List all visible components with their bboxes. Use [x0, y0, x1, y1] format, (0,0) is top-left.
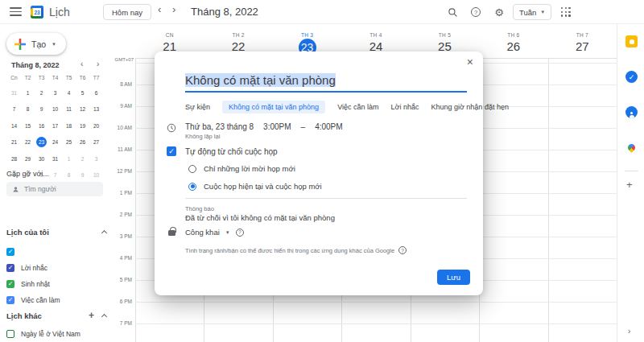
mini-calendar-day[interactable]: 25: [62, 134, 76, 151]
my-calendars-header[interactable]: Lịch của tôi: [6, 228, 106, 237]
mini-calendar-day[interactable]: 2: [76, 150, 89, 167]
calendar-checkbox[interactable]: ✓: [6, 296, 14, 304]
help-icon[interactable]: ?: [398, 246, 407, 254]
calendar-checkbox[interactable]: ✓: [6, 280, 14, 288]
recurrence-value[interactable]: Không lặp lại: [185, 133, 220, 140]
save-button[interactable]: Lưu: [437, 270, 470, 285]
mini-calendar-day[interactable]: 29: [21, 150, 35, 167]
create-button[interactable]: Tạo ▼: [6, 33, 66, 55]
day-header-27[interactable]: TH 727: [548, 24, 617, 58]
calendar-list-item[interactable]: ✓: [6, 246, 21, 258]
mini-calendar-day[interactable]: 7: [48, 167, 62, 184]
add-calendar-icon[interactable]: +: [89, 310, 94, 321]
mini-calendar-day[interactable]: 5: [76, 84, 89, 101]
today-button[interactable]: Hôm nay: [103, 4, 151, 20]
radio-button[interactable]: [188, 183, 196, 191]
maps-icon[interactable]: [625, 142, 638, 154]
prev-period-button[interactable]: ‹: [158, 3, 161, 15]
mini-calendar-day[interactable]: 16: [35, 117, 48, 134]
get-addons-icon[interactable]: +: [626, 179, 633, 191]
tasks-icon[interactable]: ✓: [625, 71, 638, 83]
hour-label: 11 AM: [113, 146, 132, 152]
visibility-dropdown[interactable]: Công khai ▼ ?: [185, 228, 244, 237]
mini-calendar-day[interactable]: 1: [21, 84, 35, 101]
mini-calendar-day[interactable]: 17: [48, 117, 62, 134]
mini-calendar-day[interactable]: 24: [48, 134, 62, 151]
mini-calendar-day[interactable]: 10: [48, 101, 62, 118]
mini-calendar-day[interactable]: 4: [62, 84, 76, 101]
mini-calendar-day[interactable]: 22: [21, 134, 35, 151]
main-menu-icon[interactable]: [10, 7, 22, 16]
tab-option[interactable]: Khung giờ nhận đặt hẹn: [431, 103, 508, 111]
mini-calendar-day[interactable]: 20: [89, 117, 103, 134]
day-header-26[interactable]: TH 626: [479, 24, 547, 58]
mini-calendar-day[interactable]: 23: [35, 134, 48, 151]
mini-calendar-day[interactable]: 15: [21, 117, 35, 134]
mini-calendar-day[interactable]: 19: [76, 117, 89, 134]
next-period-button[interactable]: ›: [172, 3, 175, 15]
calendar-list-item[interactable]: ✓Sinh nhật: [6, 278, 50, 290]
tab-option[interactable]: Lời nhắc: [390, 103, 419, 111]
mini-calendar-day[interactable]: 21: [7, 134, 21, 151]
calendar-list-item[interactable]: ✓Việc cần làm: [6, 295, 60, 306]
radio-button[interactable]: [188, 165, 196, 173]
decline-option[interactable]: Cuộc họp hiện tại và cuộc họp mới: [188, 182, 322, 191]
keep-icon[interactable]: [625, 35, 638, 47]
event-title-input[interactable]: Không có mặt tại văn phòng: [185, 73, 467, 93]
day-number[interactable]: 27: [548, 39, 617, 53]
mini-calendar-day[interactable]: 10: [89, 167, 103, 184]
event-start-time[interactable]: 3:00PM: [263, 122, 291, 131]
help-icon[interactable]: ?: [236, 229, 244, 237]
calendar-list-item[interactable]: ✓Lời nhắc: [6, 262, 47, 274]
settings-gear-icon[interactable]: ⚙: [493, 6, 506, 19]
close-icon[interactable]: ×: [467, 56, 473, 68]
event-datetime[interactable]: Thứ ba, 23 tháng 8 3:00PM – 4:00PM: [185, 122, 343, 131]
hide-panel-icon[interactable]: ›: [628, 327, 630, 336]
calendar-checkbox[interactable]: ✓: [6, 248, 14, 256]
auto-decline-checkbox[interactable]: ✓: [167, 146, 176, 156]
contacts-icon[interactable]: [625, 106, 638, 118]
mini-calendar-day[interactable]: 31: [7, 84, 21, 101]
help-icon[interactable]: ?: [469, 6, 482, 19]
mini-calendar-day[interactable]: 13: [89, 101, 103, 118]
mini-calendar-day[interactable]: 9: [76, 167, 89, 184]
mini-calendar-day[interactable]: 6: [89, 84, 103, 101]
calendar-checkbox[interactable]: [6, 330, 14, 338]
tab-option[interactable]: Sự kiện: [185, 103, 210, 111]
mini-calendar-day[interactable]: 3: [89, 150, 103, 167]
search-icon[interactable]: [446, 6, 459, 19]
mini-calendar-day[interactable]: 31: [48, 150, 62, 167]
mini-calendar-day[interactable]: 9: [35, 101, 48, 118]
day-number[interactable]: 26: [479, 39, 547, 53]
mini-calendar-day[interactable]: 30: [35, 150, 48, 167]
mini-calendar-day[interactable]: 26: [76, 134, 89, 151]
google-apps-icon[interactable]: [561, 7, 571, 17]
mini-calendar-day[interactable]: 12: [76, 101, 89, 118]
mini-calendar-day[interactable]: 8: [62, 167, 76, 184]
mini-calendar-day[interactable]: 8: [21, 101, 35, 118]
tab-selected[interactable]: Không có mặt tại văn phòng: [222, 101, 325, 113]
view-selector-dropdown[interactable]: Tuần ▼: [513, 4, 551, 20]
search-people-input[interactable]: Tìm người: [6, 182, 103, 196]
mini-calendar-day[interactable]: 14: [7, 117, 21, 134]
decline-option[interactable]: Chỉ những lời mời họp mới: [188, 164, 295, 173]
event-dialog: × Không có mặt tại văn phòng Sự kiệnKhôn…: [155, 52, 483, 295]
other-calendars-header[interactable]: Lịch khác +: [6, 310, 106, 321]
calendar-checkbox[interactable]: ✓: [6, 264, 14, 272]
mini-calendar-day[interactable]: 2: [35, 84, 48, 101]
event-type-tabs: Sự kiệnKhông có mặt tại văn phòngViệc cầ…: [185, 101, 509, 113]
mini-calendar-day[interactable]: 18: [62, 117, 76, 134]
mini-prev-icon[interactable]: ‹: [80, 60, 83, 68]
mini-calendar-day[interactable]: 28: [7, 150, 21, 167]
hour-gridline: [135, 302, 617, 303]
mini-calendar-day[interactable]: 3: [48, 84, 62, 101]
tab-option[interactable]: Việc cần làm: [337, 103, 378, 111]
mini-calendar-day[interactable]: 27: [89, 134, 103, 151]
mini-calendar-day[interactable]: 1: [62, 150, 76, 167]
event-end-time[interactable]: 4:00PM: [315, 122, 342, 131]
mini-next-icon[interactable]: ›: [97, 60, 99, 68]
event-date[interactable]: Thứ ba, 23 tháng 8: [185, 122, 254, 131]
calendar-list-item[interactable]: Ngày lễ ở Việt Nam: [6, 328, 80, 340]
mini-calendar-day[interactable]: 11: [62, 101, 76, 118]
mini-calendar-day[interactable]: 7: [7, 101, 21, 118]
